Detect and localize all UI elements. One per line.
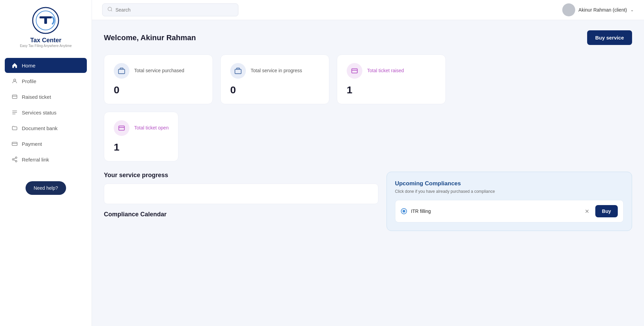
svg-point-9 [15,157,17,159]
stat-card-top-3: Total ticket raised [347,63,436,79]
logo-svg [32,7,59,34]
svg-line-13 [14,158,15,159]
need-help-button[interactable]: Need help? [26,181,66,195]
sidebar-item-payment[interactable]: Payment [5,136,87,151]
ticket-open-top: Total ticket open [114,120,169,136]
search-box[interactable] [102,3,238,16]
sidebar-item-label-home: Home [22,63,35,68]
compliance-buy-button[interactable]: Buy [595,205,618,217]
compliance-calendar-title: Compliance Calendar [104,211,378,218]
compliance-radio[interactable] [401,208,407,214]
svg-rect-16 [352,69,358,73]
stat-card-service-in-progress: Total service in progress 0 [220,55,329,104]
progress-bar-container [104,184,378,204]
svg-point-14 [108,7,112,11]
svg-point-10 [12,159,14,160]
main-content: Akinur Rahman (client) ⌄ Welcome, Akinur… [92,0,644,326]
stat-value-service-purchased: 0 [114,84,203,96]
header: Akinur Rahman (client) ⌄ [92,0,644,20]
compliance-item: ITR filling ✕ Buy [395,200,624,222]
sidebar-item-label-payment: Payment [22,141,42,147]
payment-icon [12,141,18,147]
app-tagline: Easy Tax Filing Anywhere Anytime [20,44,72,48]
close-icon[interactable]: ✕ [583,207,591,215]
buy-service-button[interactable]: Buy service [587,30,632,45]
ticket-open-card: Total ticket open 1 [104,112,178,161]
upcoming-compliances-title: Upcoming Compliances [395,180,624,187]
stat-value-service-in-progress: 0 [230,84,319,96]
svg-point-4 [14,79,16,81]
ticket-open-label: Total ticket open [134,125,169,131]
svg-rect-3 [44,16,47,24]
search-input[interactable] [115,7,233,13]
sidebar-item-document-bank[interactable]: Document bank [5,121,87,136]
stat-label-service-purchased: Total service purchased [134,67,184,74]
sidebar-item-raised-ticket[interactable]: Raised ticket [5,89,87,104]
svg-line-15 [111,10,112,11]
sidebar-item-label-raised-ticket: Raised ticket [22,94,51,100]
stats-row: Total service purchased 0 Total service … [104,55,632,104]
chevron-down-icon: ⌄ [630,7,634,12]
compliance-radio-inner [403,210,405,213]
avatar [562,3,575,16]
ticket-icon [12,94,18,100]
svg-rect-18 [119,126,125,130]
welcome-title: Welcome, Akinur Rahman [104,33,196,42]
service-progress-section: Your service progress Compliance Calenda… [104,172,378,223]
profile-icon [12,78,18,84]
sidebar-item-profile[interactable]: Profile [5,74,87,89]
service-in-progress-icon-circle [230,63,246,79]
svg-point-11 [15,160,17,162]
sidebar-item-label-profile: Profile [22,78,36,84]
welcome-row: Welcome, Akinur Rahman Buy service [104,30,632,45]
referral-link-icon [12,156,18,162]
stat-label-ticket-raised: Total ticket raised [367,67,404,74]
sidebar-item-label-document-bank: Document bank [22,125,58,131]
user-name: Akinur Rahman (client) [579,7,627,13]
ticket-open-value: 1 [114,141,169,153]
upcoming-compliances-subtitle: Click done if you have already purchased… [395,189,624,194]
ticket-open-row: Total ticket open 1 [104,112,632,161]
bottom-row: Your service progress Compliance Calenda… [104,172,632,231]
logo-circle [32,7,59,34]
sidebar-item-referral-link[interactable]: Referral link [5,152,87,167]
service-progress-title: Your service progress [104,172,378,179]
stat-card-top: Total service purchased [114,63,203,79]
svg-rect-5 [12,95,17,99]
sidebar-item-label-referral-link: Referral link [22,157,49,162]
service-purchased-icon-circle [114,63,129,79]
logo-area: Tax Center Easy Tax Filing Anywhere Anyt… [13,7,78,48]
svg-rect-7 [12,142,17,146]
stat-card-ticket-raised: Total ticket raised 1 [337,55,446,104]
ticket-open-icon-circle [114,120,129,136]
stat-card-top-2: Total service in progress [230,63,319,79]
sidebar: Tax Center Easy Tax Filing Anywhere Anyt… [0,0,92,326]
nav-list: Home Profile Raised ticket Services stat… [0,58,92,168]
sidebar-item-home[interactable]: Home [5,58,87,73]
home-icon [12,62,18,68]
app-name: Tax Center [30,37,62,44]
services-status-icon [12,109,18,115]
stat-card-service-purchased: Total service purchased 0 [104,55,213,104]
ticket-raised-icon-circle [347,63,362,79]
search-icon [107,6,113,13]
user-area[interactable]: Akinur Rahman (client) ⌄ [562,3,634,16]
content-area: Welcome, Akinur Rahman Buy service Total… [92,20,644,326]
sidebar-item-label-services-status: Services status [22,110,57,115]
stat-label-service-in-progress: Total service in progress [251,67,302,74]
upcoming-compliances-card: Upcoming Compliances Click done if you h… [387,172,632,231]
document-bank-icon [12,125,18,131]
svg-line-12 [14,160,15,161]
compliance-name: ITR filling [411,208,579,214]
sidebar-item-services-status[interactable]: Services status [5,105,87,120]
stat-value-ticket-raised: 1 [347,84,436,96]
